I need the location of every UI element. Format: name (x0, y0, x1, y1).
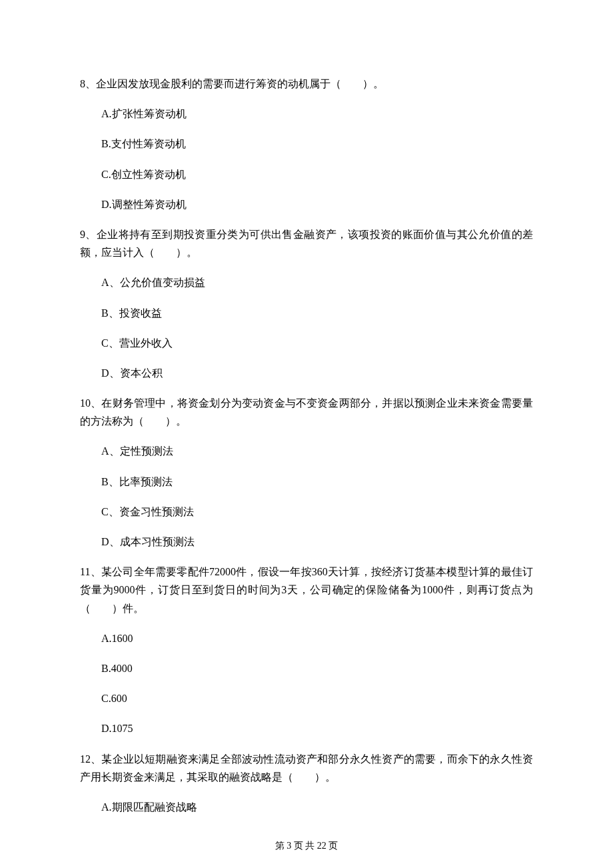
question-block-12: 12、某企业以短期融资来满足全部波动性流动资产和部分永久性资产的需要，而余下的永… (80, 750, 533, 817)
question-option: D、成本习性预测法 (101, 533, 533, 551)
question-stem: 12、某企业以短期融资来满足全部波动性流动资产和部分永久性资产的需要，而余下的永… (80, 750, 533, 786)
question-stem: 10、在财务管理中，将资金划分为变动资金与不变资金两部分，并据以预测企业未来资金… (80, 394, 533, 430)
question-stem: 8、企业因发放现金股利的需要而进行筹资的动机属于（ ）。 (80, 75, 533, 93)
question-option: A.扩张性筹资动机 (101, 105, 533, 123)
question-option: B.4000 (101, 659, 533, 677)
question-option: A、公允价值变动损益 (101, 273, 533, 291)
question-option: B.支付性筹资动机 (101, 135, 533, 153)
page-footer: 第 3 页 共 22 页 (0, 840, 613, 852)
question-option: A.1600 (101, 629, 533, 647)
question-block-11: 11、某公司全年需要零配件72000件，假设一年按360天计算，按经济订货基本模… (80, 563, 533, 737)
question-option: A.期限匹配融资战略 (101, 798, 533, 816)
question-block-10: 10、在财务管理中，将资金划分为变动资金与不变资金两部分，并据以预测企业未来资金… (80, 394, 533, 551)
question-option: B、比率预测法 (101, 473, 533, 491)
page: 8、企业因发放现金股利的需要而进行筹资的动机属于（ ）。 A.扩张性筹资动机 B… (0, 0, 613, 868)
question-stem: 11、某公司全年需要零配件72000件，假设一年按360天计算，按经济订货基本模… (80, 563, 533, 617)
question-block-8: 8、企业因发放现金股利的需要而进行筹资的动机属于（ ）。 A.扩张性筹资动机 B… (80, 75, 533, 213)
question-option: B、投资收益 (101, 304, 533, 322)
question-option: D.调整性筹资动机 (101, 195, 533, 213)
question-option: D、资本公积 (101, 364, 533, 382)
question-stem: 9、企业将持有至到期投资重分类为可供出售金融资产，该项投资的账面价值与其公允价值… (80, 225, 533, 261)
question-option: C.创立性筹资动机 (101, 165, 533, 183)
question-option: D.1075 (101, 719, 533, 737)
question-option: C、资金习性预测法 (101, 503, 533, 521)
question-block-9: 9、企业将持有至到期投资重分类为可供出售金融资产，该项投资的账面价值与其公允价值… (80, 225, 533, 382)
question-option: A、定性预测法 (101, 442, 533, 460)
question-option: C、营业外收入 (101, 334, 533, 352)
question-option: C.600 (101, 689, 533, 707)
